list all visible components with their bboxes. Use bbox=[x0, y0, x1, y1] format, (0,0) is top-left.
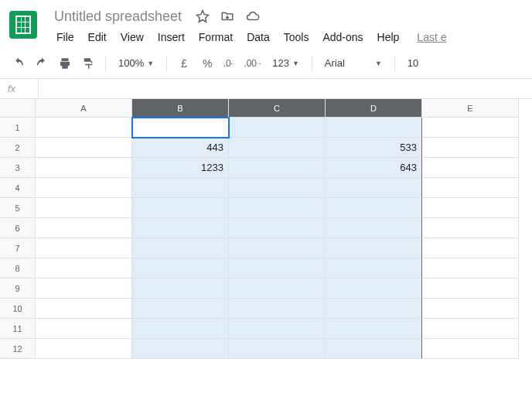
row-header-3[interactable]: 3 bbox=[0, 158, 36, 178]
cell-E9[interactable] bbox=[422, 279, 519, 299]
menu-view[interactable]: View bbox=[115, 28, 149, 46]
cell-D5[interactable] bbox=[326, 198, 422, 218]
cell-C7[interactable] bbox=[229, 238, 326, 258]
row-header-2[interactable]: 2 bbox=[0, 138, 36, 158]
cell-C3[interactable] bbox=[229, 158, 326, 178]
col-header-C[interactable]: C bbox=[229, 99, 326, 118]
cell-A10[interactable] bbox=[36, 299, 132, 319]
percent-button[interactable]: % bbox=[196, 53, 218, 74]
cell-C2[interactable] bbox=[229, 138, 326, 158]
cell-B3[interactable]: 1233 bbox=[132, 158, 229, 178]
cell-B2[interactable]: 443 bbox=[132, 138, 229, 158]
menu-data[interactable]: Data bbox=[241, 28, 275, 46]
cell-A8[interactable] bbox=[36, 258, 132, 279]
cell-C11[interactable] bbox=[229, 319, 326, 339]
cell-C6[interactable] bbox=[229, 218, 326, 238]
col-header-A[interactable]: A bbox=[36, 99, 132, 118]
cell-D2[interactable]: 533 bbox=[326, 138, 422, 158]
cell-D6[interactable] bbox=[326, 218, 422, 238]
cell-D10[interactable] bbox=[326, 299, 422, 319]
row-header-9[interactable]: 9 bbox=[0, 279, 36, 299]
cell-C9[interactable] bbox=[229, 279, 326, 299]
font-dropdown[interactable]: Arial ▼ bbox=[319, 53, 388, 74]
row-header-6[interactable]: 6 bbox=[0, 218, 36, 238]
cell-A5[interactable] bbox=[36, 198, 132, 218]
zoom-dropdown[interactable]: 100% ▼ bbox=[112, 53, 160, 74]
cell-C4[interactable] bbox=[229, 178, 326, 198]
menu-file[interactable]: File bbox=[51, 28, 80, 46]
sheets-logo[interactable] bbox=[9, 11, 37, 39]
row-header-5[interactable]: 5 bbox=[0, 198, 36, 218]
star-icon[interactable] bbox=[196, 9, 210, 23]
cell-E5[interactable] bbox=[422, 198, 519, 218]
row-header-10[interactable]: 10 bbox=[0, 299, 36, 319]
paint-format-button[interactable] bbox=[77, 53, 99, 74]
cell-E1[interactable] bbox=[422, 118, 519, 138]
cell-B6[interactable] bbox=[132, 218, 229, 238]
cell-B12[interactable] bbox=[132, 339, 229, 359]
cell-D3[interactable]: 643 bbox=[326, 158, 422, 178]
cell-C1[interactable] bbox=[229, 118, 326, 138]
cell-A11[interactable] bbox=[36, 319, 132, 339]
cell-A4[interactable] bbox=[36, 178, 132, 198]
cell-A7[interactable] bbox=[36, 238, 132, 258]
cell-A3[interactable] bbox=[36, 158, 132, 178]
cell-E10[interactable] bbox=[422, 299, 519, 319]
cell-A9[interactable] bbox=[36, 279, 132, 299]
row-header-8[interactable]: 8 bbox=[0, 258, 36, 279]
cell-D11[interactable] bbox=[326, 319, 422, 339]
cell-D9[interactable] bbox=[326, 279, 422, 299]
menu-tools[interactable]: Tools bbox=[278, 28, 315, 46]
cell-B7[interactable] bbox=[132, 238, 229, 258]
cell-B1[interactable] bbox=[132, 118, 229, 138]
cell-C8[interactable] bbox=[229, 258, 326, 279]
formula-input[interactable] bbox=[39, 79, 532, 98]
row-header-4[interactable]: 4 bbox=[0, 178, 36, 198]
cell-D12[interactable] bbox=[326, 339, 422, 359]
cell-C12[interactable] bbox=[229, 339, 326, 359]
cell-A2[interactable] bbox=[36, 138, 132, 158]
cell-A12[interactable] bbox=[36, 339, 132, 359]
cell-E7[interactable] bbox=[422, 238, 519, 258]
number-format-dropdown[interactable]: 123 ▼ bbox=[266, 53, 305, 74]
decrease-decimal-button[interactable]: .0← bbox=[220, 53, 241, 74]
cell-B4[interactable] bbox=[132, 178, 229, 198]
cell-A1[interactable] bbox=[36, 118, 132, 138]
cell-B5[interactable] bbox=[132, 198, 229, 218]
cell-B10[interactable] bbox=[132, 299, 229, 319]
cell-E12[interactable] bbox=[422, 339, 519, 359]
cell-E2[interactable] bbox=[422, 138, 519, 158]
row-header-12[interactable]: 12 bbox=[0, 339, 36, 359]
menu-addons[interactable]: Add-ons bbox=[317, 28, 368, 46]
print-button[interactable] bbox=[54, 53, 76, 74]
cell-B8[interactable] bbox=[132, 258, 229, 279]
cell-D1[interactable] bbox=[326, 118, 422, 138]
font-size-dropdown[interactable]: 10 bbox=[401, 53, 425, 74]
row-header-11[interactable]: 11 bbox=[0, 319, 36, 339]
currency-button[interactable]: £ bbox=[173, 53, 195, 74]
cell-E6[interactable] bbox=[422, 218, 519, 238]
cell-C10[interactable] bbox=[229, 299, 326, 319]
col-header-B[interactable]: B bbox=[132, 99, 229, 118]
redo-button[interactable] bbox=[31, 53, 53, 74]
cell-D8[interactable] bbox=[326, 258, 422, 279]
increase-decimal-button[interactable]: .00→ bbox=[243, 53, 264, 74]
menu-help[interactable]: Help bbox=[372, 28, 405, 46]
cell-A6[interactable] bbox=[36, 218, 132, 238]
menu-format[interactable]: Format bbox=[193, 28, 238, 46]
move-folder-icon[interactable] bbox=[220, 9, 234, 23]
col-header-E[interactable]: E bbox=[422, 99, 519, 118]
cell-E3[interactable] bbox=[422, 158, 519, 178]
document-title[interactable]: Untitled spreadsheet bbox=[51, 7, 185, 26]
undo-button[interactable] bbox=[8, 53, 29, 74]
cell-D4[interactable] bbox=[326, 178, 422, 198]
cell-D7[interactable] bbox=[326, 238, 422, 258]
col-header-D[interactable]: D bbox=[326, 99, 422, 118]
last-edit-link[interactable]: Last e bbox=[417, 31, 446, 43]
menu-edit[interactable]: Edit bbox=[83, 28, 112, 46]
cell-B9[interactable] bbox=[132, 279, 229, 299]
row-header-7[interactable]: 7 bbox=[0, 238, 36, 258]
row-header-1[interactable]: 1 bbox=[0, 118, 36, 138]
cell-C5[interactable] bbox=[229, 198, 326, 218]
menu-insert[interactable]: Insert bbox=[152, 28, 190, 46]
